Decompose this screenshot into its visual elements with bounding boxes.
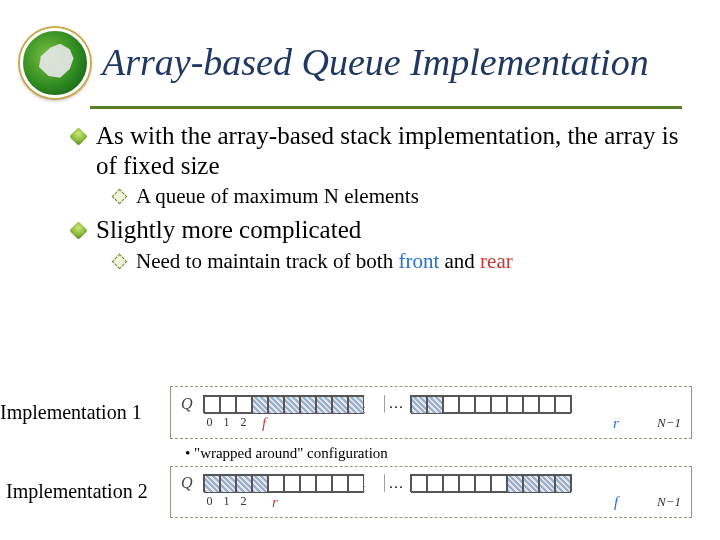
- subbullet-front-rear: Need to maintain track of both front and…: [114, 249, 682, 274]
- f-label: f: [262, 415, 382, 432]
- unt-logo: [20, 28, 90, 98]
- subbullet-max-n: A queue of maximum N elements: [114, 184, 682, 209]
- diagram-area: Implementation 1 Q … 0 1 2 f r: [0, 384, 692, 520]
- slide-body: As with the array-based stack implementa…: [0, 119, 720, 274]
- front-word: front: [398, 249, 439, 273]
- rear-word: rear: [480, 249, 513, 273]
- text: Need to maintain track of both: [136, 249, 398, 273]
- r-label: r: [591, 415, 641, 432]
- array-q-label: Q: [181, 474, 193, 491]
- idx-1: 1: [218, 494, 235, 511]
- wrapped-config-text: "wrapped around" configuration: [194, 445, 388, 461]
- bullet-complicated: Slightly more complicated Need to mainta…: [78, 215, 682, 274]
- idx-2: 2: [235, 494, 252, 511]
- nminus1-label: N−1: [641, 415, 681, 432]
- ellipsis: …: [389, 395, 404, 412]
- f-label: f: [591, 494, 641, 511]
- slide-title: Array-based Queue Implementation: [102, 43, 649, 83]
- idx-0: 0: [201, 494, 218, 511]
- ellipsis: …: [389, 475, 404, 492]
- nminus1-label: N−1: [641, 494, 681, 511]
- bullet-text: As with the array-based stack implementa…: [96, 122, 678, 179]
- array-q-label: Q: [181, 395, 193, 412]
- bullet-fixed-size: As with the array-based stack implementa…: [78, 121, 682, 209]
- text: and: [439, 249, 480, 273]
- r-label: r: [272, 494, 372, 511]
- idx-1: 1: [218, 415, 235, 432]
- idx-2: 2: [235, 415, 252, 432]
- impl1-diagram: Q … 0 1 2 f r N−1: [170, 386, 692, 438]
- impl1-label: Implementation 1: [0, 401, 170, 424]
- impl2-label: Implementation 2: [0, 480, 170, 503]
- wrapped-config-bullet: "wrapped around" configuration: [185, 445, 692, 462]
- impl2-diagram: Q … 0 1 2 r f N−1: [170, 466, 692, 518]
- title-underline: [90, 106, 682, 109]
- bullet-text: Slightly more complicated: [96, 216, 361, 243]
- idx-0: 0: [201, 415, 218, 432]
